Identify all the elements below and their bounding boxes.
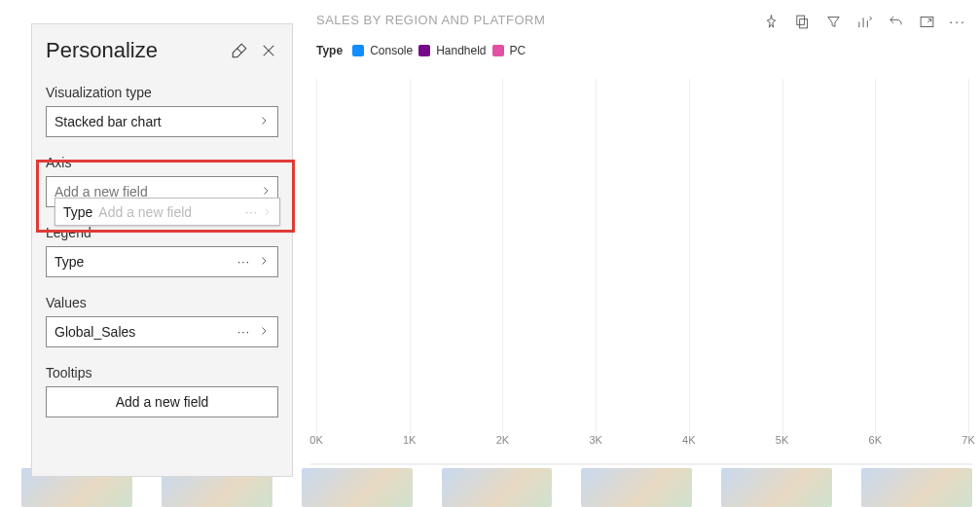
personalize-icon[interactable] — [855, 13, 873, 30]
app-root: Personalize Visualization type Stacked b… — [0, 0, 980, 507]
values-label: Values — [46, 295, 278, 310]
personalize-panel: Personalize Visualization type Stacked b… — [31, 23, 293, 477]
legend-swatch-console — [352, 45, 364, 56]
panel-title: Personalize — [46, 38, 158, 63]
chevron-right-icon — [262, 204, 272, 220]
field-menu-icon: ··· — [241, 205, 262, 219]
dragged-field-label: Type — [63, 204, 92, 220]
legend-field[interactable]: Type ··· — [46, 246, 278, 277]
field-menu-icon[interactable]: ··· — [232, 255, 256, 269]
legend-value: Type — [54, 254, 232, 270]
thumbnail — [302, 468, 413, 507]
chevron-right-icon — [256, 114, 270, 129]
legend-swatch-handheld — [418, 45, 430, 56]
thumbnail — [581, 468, 692, 507]
tooltips-add-button[interactable]: Add a new field — [46, 386, 278, 417]
axis-tick-label: 0K — [309, 434, 322, 446]
filter-icon[interactable] — [824, 13, 842, 30]
chart-plot-area — [316, 79, 968, 434]
axis-tick-label: 6K — [869, 434, 882, 446]
pin-icon[interactable] — [762, 13, 780, 30]
legend-item-label[interactable]: PC — [510, 44, 526, 57]
values-field[interactable]: Global_Sales ··· — [46, 316, 278, 347]
axis-tick-label: 1K — [403, 434, 416, 446]
viz-type-label: Visualization type — [46, 85, 278, 100]
axis-tick-label: 5K — [776, 434, 788, 446]
legend-title: Type — [316, 44, 343, 57]
legend-label: Legend — [46, 225, 278, 240]
legend-item-label[interactable]: Handheld — [436, 44, 486, 57]
chart-visual: SALES BY REGION AND PLATFORM ··· Type Co… — [310, 13, 972, 465]
values-value: Global_Sales — [54, 324, 232, 340]
chevron-right-icon — [256, 254, 270, 270]
dragged-field-type[interactable]: Type Add a new field ··· — [54, 198, 280, 226]
axis-label: Axis — [46, 155, 278, 170]
thumbnail — [442, 468, 553, 507]
chevron-right-icon — [256, 324, 270, 340]
chart-title: SALES BY REGION AND PLATFORM — [316, 13, 545, 27]
field-menu-icon[interactable]: ··· — [232, 325, 256, 339]
panel-header: Personalize — [46, 38, 278, 63]
thumbnail — [861, 468, 972, 507]
axis-tick-label: 4K — [682, 434, 695, 446]
x-axis-labels: 0K1K2K3K4K5K6K7K — [316, 434, 968, 452]
svg-rect-0 — [799, 18, 807, 27]
axis-tick-label: 3K — [589, 434, 601, 446]
chart-legend: Type Console Handheld PC — [316, 44, 972, 57]
axis-tick-label: 7K — [962, 434, 974, 446]
gridlines — [316, 79, 968, 434]
eraser-icon[interactable] — [230, 41, 249, 60]
visual-header: SALES BY REGION AND PLATFORM ··· — [310, 13, 972, 30]
close-icon[interactable] — [259, 41, 278, 60]
dragged-field-ghost: Add a new field — [98, 204, 241, 220]
viz-type-select[interactable]: Stacked bar chart — [46, 106, 278, 137]
viz-type-value: Stacked bar chart — [54, 114, 256, 129]
visual-actions: ··· — [762, 13, 966, 30]
svg-rect-1 — [797, 16, 805, 24]
thumbnail — [721, 468, 832, 507]
tooltips-add-label: Add a new field — [116, 394, 209, 410]
copy-icon[interactable] — [793, 13, 811, 30]
undo-icon[interactable] — [887, 13, 904, 30]
tooltips-label: Tooltips — [46, 365, 278, 380]
legend-swatch-pc — [492, 45, 504, 56]
legend-item-label[interactable]: Console — [370, 44, 413, 57]
more-options-icon[interactable]: ··· — [949, 14, 966, 29]
axis-tick-label: 2K — [496, 434, 509, 446]
focus-mode-icon[interactable] — [918, 13, 935, 30]
